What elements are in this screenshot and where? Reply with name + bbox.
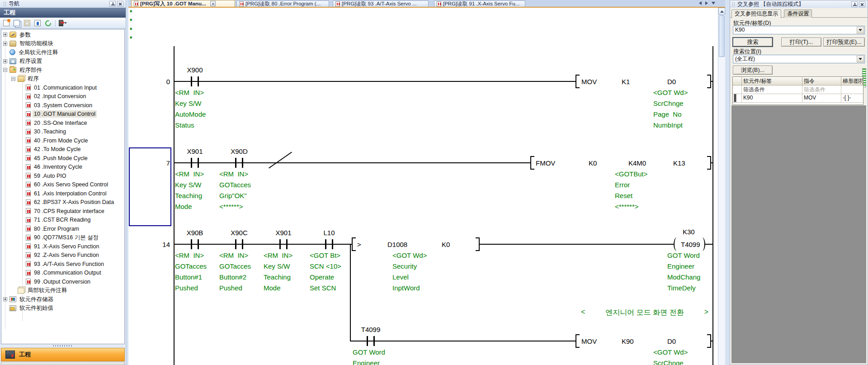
tree-item-program-file[interactable]: 99 .Output Conversion [1, 277, 124, 286]
project-bottom-tab[interactable]: 工程 [1, 348, 125, 361]
scroll-left-icon[interactable] [699, 1, 702, 5]
instruction-operand[interactable]: K13 [673, 159, 685, 167]
close-icon[interactable] [859, 1, 865, 7]
rung-number[interactable]: 0 [147, 78, 170, 85]
instruction-name[interactable]: FMOV [536, 159, 555, 167]
contact-device-label[interactable]: X90B [175, 229, 215, 237]
filter-cell-symbol[interactable] [841, 85, 863, 94]
tab-got-manual-control[interactable]: [PRG]写入 10 .GOT Manu... [131, 0, 235, 7]
search-button[interactable]: 搜索 [733, 38, 773, 47]
panel-splitter[interactable] [1, 344, 125, 347]
instruction-name[interactable]: MOV [581, 78, 597, 85]
table-header-instruction[interactable]: 指令 [802, 77, 841, 85]
contact-symbol[interactable] [191, 76, 199, 86]
tree-item-global-comment[interactable]: 全局软元件注释 [1, 48, 124, 57]
close-icon[interactable] [117, 1, 123, 7]
contact-symbol[interactable] [235, 239, 243, 249]
contact-device-label[interactable]: X900 [175, 66, 215, 74]
tree-item-program-file-selected[interactable]: 10 .GOT Manual Control [1, 110, 124, 119]
table-row[interactable]: K90 MOV -[ ]- [733, 94, 863, 103]
tab-at-axis-servo[interactable]: [PRG]读取 93 .A/T-Axis Servo ... [333, 0, 429, 7]
table-header-device[interactable]: 软元件/标签 [742, 77, 802, 85]
device-combobox[interactable]: K90 [733, 26, 865, 34]
tab-list-icon[interactable] [712, 2, 715, 5]
contact-symbol[interactable] [325, 239, 333, 249]
instruction-name[interactable]: MOV [581, 337, 597, 345]
expand-plus-icon[interactable] [3, 42, 7, 46]
expand-plus-icon[interactable] [3, 59, 7, 63]
tree-item-local-comment[interactable]: 局部软元件注释 [1, 286, 124, 295]
instruction-operand[interactable]: D0 [667, 78, 676, 85]
tree-item-program-file[interactable]: 80 .Error Program [1, 224, 124, 233]
sort-filter-button[interactable] [58, 19, 67, 28]
search-location-combobox[interactable]: (全工程) [733, 55, 865, 63]
ladder-canvas[interactable]: * * * * 0 X900 <RM IN> Key S/W AutoMode … [128, 8, 718, 365]
pin-icon[interactable] [109, 1, 116, 7]
tree-item-program-file[interactable]: 61 .Axis Interpolation Control [1, 189, 124, 198]
contact-symbol[interactable] [279, 239, 288, 249]
filter-cell-instruction[interactable]: 筛选条件 [802, 85, 841, 94]
tree-item-parameter[interactable]: 参数 [1, 30, 124, 39]
contact-device-label[interactable]: X901 [175, 147, 215, 155]
docked-tab-partial[interactable] [1, 362, 125, 365]
tree-item-program-file[interactable]: 92 .Z-Axis Servo Function [1, 251, 124, 260]
filter-cell[interactable] [733, 85, 742, 94]
compare-operator[interactable]: > [357, 241, 361, 248]
tab-condition-setting[interactable]: 条件设置 [784, 9, 812, 18]
tab-xref-info[interactable]: 交叉参照信息显示 [731, 9, 781, 18]
instruction-operand[interactable]: K4M0 [628, 159, 646, 167]
tree-item-program-file[interactable]: 02 .Input Conversion [1, 92, 124, 101]
expand-plus-icon[interactable] [3, 297, 7, 301]
tree-item-program-file[interactable]: 91 .X-Axis Servo Function [1, 242, 124, 251]
coil-device[interactable]: T4099 [681, 241, 700, 248]
refresh-button[interactable] [43, 19, 52, 28]
contact-device-label[interactable]: L10 [309, 229, 349, 237]
new-item-button[interactable] [2, 19, 11, 28]
tree-item-program-setting[interactable]: 程序设置 [1, 57, 124, 66]
property-button[interactable] [33, 19, 42, 28]
drag-grip-icon[interactable] [732, 2, 735, 7]
copy-button[interactable] [12, 19, 21, 28]
pin-icon[interactable] [851, 1, 858, 7]
table-header-icon-col[interactable] [733, 77, 742, 85]
expand-plus-icon[interactable] [3, 33, 7, 37]
tree-item-program-file[interactable]: 98 .Communication Output [1, 269, 124, 278]
tree-item-program-file[interactable]: 70 .CPS Regulator interface [1, 207, 124, 216]
contact-symbol[interactable] [367, 336, 375, 346]
instruction-operand[interactable]: K1 [622, 78, 630, 85]
compare-operand[interactable]: K0 [442, 241, 450, 248]
tree-item-program-file[interactable]: 01 .Communication Input [1, 83, 124, 92]
table-header-symbol[interactable]: 梯形图符 [841, 77, 863, 85]
browse-button[interactable]: 浏览(B)... [733, 66, 773, 75]
tree-item-program-file[interactable]: 71 .CST BCR Reading [1, 216, 124, 225]
tree-item-device-memory[interactable]: 软元件存储器 [1, 295, 124, 304]
scrollbar-up-button[interactable] [718, 8, 725, 15]
contact-device-label[interactable]: X90C [219, 229, 259, 237]
expand-minus-icon[interactable] [3, 68, 7, 72]
compare-operand[interactable]: D1008 [387, 241, 407, 248]
chevron-down-icon[interactable] [857, 56, 864, 62]
scrollbar-thumb[interactable] [719, 15, 725, 57]
contact-device-label[interactable]: T4099 [350, 326, 391, 333]
timer-preset[interactable]: K30 [683, 228, 695, 236]
contact-device-label[interactable]: X901 [263, 229, 304, 237]
drag-grip-icon[interactable] [4, 2, 6, 6]
tree-item-program[interactable]: 程序 [1, 75, 124, 84]
scroll-right-icon[interactable] [705, 1, 708, 5]
expand-minus-icon[interactable] [11, 77, 15, 81]
tree-item-program-file[interactable]: 60 .Axis Servo Speed Control [1, 180, 124, 190]
tree-item-program-file[interactable]: 45 .Push Mode Cycle [1, 154, 124, 163]
contact-device-label[interactable]: X90D [219, 147, 259, 155]
tree-item-program-file[interactable]: 20 .SS-One Interface [1, 119, 124, 128]
paste-button[interactable] [23, 19, 32, 28]
print-preview-button[interactable]: 打印预览(E)... [823, 38, 865, 47]
instruction-operand[interactable]: D0 [667, 337, 676, 345]
rung-number[interactable]: 7 [147, 159, 170, 167]
tree-item-program-file[interactable]: 90 .QD77MS16 기본 설정 [1, 233, 124, 242]
tree-item-program-file[interactable]: 03 .System Conversion [1, 101, 124, 110]
tree-item-device-initial-value[interactable]: 软元件初始值 [1, 304, 124, 313]
tree-item-program-file[interactable]: 42 .To Mode Cycle [1, 145, 124, 154]
filter-cell-device[interactable]: 筛选条件 [742, 85, 802, 94]
tree-item-program-file[interactable]: 46 .Inventory Cycle [1, 163, 124, 172]
print-button[interactable]: 打印(T)... [781, 38, 821, 47]
